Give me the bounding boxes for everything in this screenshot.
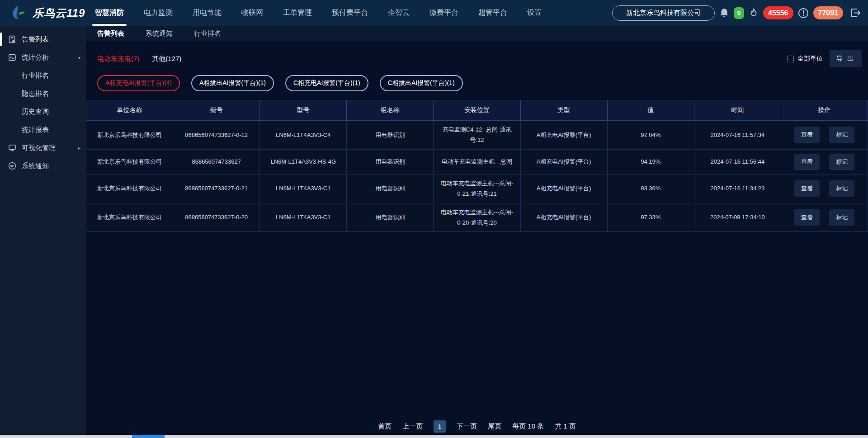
category-ev-charging[interactable]: 电动车充电(7)	[97, 55, 139, 63]
mark-button[interactable]: 标记	[829, 209, 854, 226]
sidebar: 告警列表 统计分析 ▾ 行业排名 隐患排名 历史查询 统计报表 可视化管理 ▸	[0, 26, 86, 438]
sidebar-item-industry-rank[interactable]: 行业排名	[0, 66, 86, 85]
column-header: 型号	[260, 100, 347, 121]
sidebar-item-label: 系统通知	[22, 162, 49, 170]
nav-item-settings[interactable]: 设置	[527, 0, 542, 26]
column-header: 安装位置	[434, 100, 520, 121]
nav-item-label: 预付费平台	[332, 8, 368, 18]
nav-item-power-monitor[interactable]: 电力监测	[144, 0, 173, 26]
table-header-row: 单位名称 编号 型号 组名称 安装位置 类型 值 时间 操作	[86, 100, 868, 121]
tab-label: 系统通知	[146, 29, 173, 37]
export-button[interactable]: 导 出	[830, 50, 862, 67]
view-button[interactable]: 查看	[794, 209, 820, 226]
alarm-categories: 电动车充电(7) 其他(127)	[97, 55, 181, 63]
exclamation-icon[interactable]	[797, 7, 809, 19]
nav-item-label: 用电节能	[193, 8, 222, 18]
sidebar-item-label: 告警列表	[22, 35, 49, 44]
alarm-type-chips: A相充电AI报警(平台)(4) A相拔出AI报警(平台)(1) C相充电AI报警…	[86, 67, 868, 98]
table-row: 新北京乐鸟科技有限公司 868656074733627-0-12 LN6M-L1…	[86, 121, 868, 150]
logo[interactable]: 乐鸟云119	[0, 5, 95, 22]
column-header: 组名称	[347, 100, 434, 121]
bell-icon[interactable]	[719, 8, 730, 19]
nav-item-work-order[interactable]: 工单管理	[283, 0, 312, 26]
sidebar-item-label: 历史查询	[22, 108, 49, 116]
stats-icon	[8, 53, 17, 62]
column-header: 操作	[781, 100, 868, 121]
view-button[interactable]: 查看	[794, 127, 820, 143]
sidebar-item-history-query[interactable]: 历史查询	[0, 103, 86, 121]
fire-alarm-badge[interactable]: 45556	[763, 6, 793, 19]
tab-label: 行业排名	[194, 29, 221, 37]
sidebar-item-stats-analysis[interactable]: 统计分析 ▾	[0, 48, 86, 66]
tab-industry-rank[interactable]: 行业排名	[194, 29, 221, 38]
nav-item-super-admin[interactable]: 超管平台	[478, 0, 507, 26]
flame-icon[interactable]	[748, 8, 759, 19]
alarm-chip-c-phase-unplug[interactable]: C相拔出AI报警(平台)(1)	[380, 75, 463, 91]
main-area: 告警列表 统计分析 ▾ 行业排名 隐患排名 历史查询 统计报表 可视化管理 ▸	[0, 26, 868, 438]
prev-page-button[interactable]: 上一页	[402, 422, 423, 431]
sidebar-item-hazard-rank[interactable]: 隐患排名	[0, 85, 86, 103]
all-units-toggle[interactable]: 全部单位	[787, 55, 823, 63]
column-header: 单位名称	[86, 100, 173, 121]
view-button[interactable]: 查看	[794, 180, 820, 197]
category-others[interactable]: 其他(127)	[152, 55, 181, 63]
chip-label: C相拔出AI报警(平台)(1)	[388, 79, 455, 86]
sidebar-item-alarm-list[interactable]: 告警列表	[0, 30, 86, 48]
column-header: 值	[607, 100, 694, 121]
warning-count-badge[interactable]: 77091	[813, 6, 844, 19]
bell-count-badge[interactable]: 0	[734, 7, 744, 19]
mark-button[interactable]: 标记	[829, 127, 854, 143]
view-button[interactable]: 查看	[794, 154, 820, 170]
nav-item-payment-platform[interactable]: 缴费平台	[429, 0, 458, 26]
nav-item-iot[interactable]: 物联网	[241, 0, 263, 26]
chevron-icon: ▸	[78, 146, 80, 151]
tab-system-notice[interactable]: 系统通知	[146, 29, 173, 38]
sidebar-item-label: 可视化管理	[22, 144, 56, 152]
top-navbar: 乐鸟云119 智慧消防 电力监测 用电节能 物联网 工单管理 预付费平台 企智云…	[0, 0, 868, 26]
main-nav: 智慧消防 电力监测 用电节能 物联网 工单管理 预付费平台 企智云 缴费平台 超…	[95, 0, 542, 26]
next-page-button[interactable]: 下一页	[457, 422, 477, 431]
nav-item-label: 电力监测	[144, 8, 173, 18]
alarm-chip-a-phase-unplug[interactable]: A相拔出AI报警(平台)(1)	[191, 75, 274, 91]
filter-row: 电动车充电(7) 其他(127) 全部单位 导 出	[86, 41, 868, 67]
horizontal-scrollbar[interactable]	[0, 435, 868, 438]
table-row: 新北京乐鸟科技有限公司 868656074733627-0-20 LN6M-L1…	[86, 203, 868, 232]
nav-item-label: 企智云	[388, 8, 410, 18]
column-header: 类型	[520, 100, 607, 121]
alarm-chip-a-phase-charge[interactable]: A相充电AI报警(平台)(4)	[97, 75, 180, 91]
sidebar-item-stats-report[interactable]: 统计报表	[0, 121, 86, 139]
nav-item-label: 智慧消防	[95, 8, 124, 18]
tab-alarm-list[interactable]: 告警列表	[97, 29, 124, 38]
column-header: 编号	[173, 100, 260, 121]
nav-item-qizhi-cloud[interactable]: 企智云	[388, 0, 410, 26]
first-page-button[interactable]: 首页	[378, 422, 392, 431]
right-controls: 全部单位 导 出	[787, 50, 862, 67]
chip-label: A相拔出AI报警(平台)(1)	[199, 79, 266, 86]
all-units-checkbox[interactable]	[787, 56, 794, 62]
sidebar-item-label: 统计报表	[22, 126, 49, 134]
alarm-table: 单位名称 编号 型号 组名称 安装位置 类型 值 时间 操作 新北京乐鸟科技有限…	[86, 100, 868, 232]
sidebar-item-label: 隐患排名	[22, 89, 49, 98]
alarm-chip-c-phase-charge[interactable]: C相充电AI报警(平台)(1)	[285, 75, 368, 91]
category-label: 电动车充电(7)	[97, 55, 139, 62]
logo-icon	[9, 5, 26, 22]
nav-item-prepaid-platform[interactable]: 预付费平台	[332, 0, 368, 26]
nav-item-label: 设置	[527, 8, 542, 18]
mark-button[interactable]: 标记	[829, 180, 854, 197]
nav-item-energy-saving[interactable]: 用电节能	[193, 0, 222, 26]
nav-item-smart-fire[interactable]: 智慧消防	[95, 0, 124, 26]
company-selector[interactable]: 新北京乐鸟科技有限公司	[612, 5, 715, 21]
sidebar-item-visual-mgmt[interactable]: 可视化管理 ▸	[0, 139, 86, 157]
logout-icon[interactable]	[849, 7, 862, 19]
chevron-icon: ▾	[78, 55, 80, 60]
sidebar-item-system-notice[interactable]: 系统通知	[0, 157, 86, 175]
topbar-right: 新北京乐鸟科技有限公司 0 45556	[612, 5, 862, 21]
current-page-button[interactable]: 1	[434, 420, 446, 433]
last-page-button[interactable]: 尾页	[488, 422, 501, 431]
table-row: 新北京乐鸟科技有限公司 868656074733627-0-21 LN6M-L1…	[86, 174, 868, 203]
chip-label: C相充电AI报警(平台)(1)	[293, 79, 360, 86]
nav-item-label: 物联网	[241, 8, 263, 18]
scrollbar-thumb[interactable]	[132, 435, 165, 438]
mark-button[interactable]: 标记	[829, 154, 854, 170]
tab-bar: 告警列表 系统通知 行业排名	[86, 26, 868, 41]
